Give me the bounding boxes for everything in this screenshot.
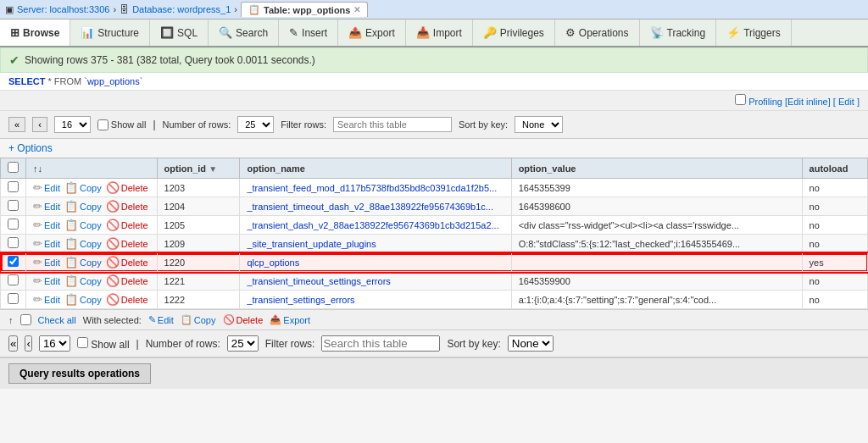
bottom-show-all-checkbox[interactable]: [77, 337, 88, 348]
copy-link-2[interactable]: 📋Copy: [64, 219, 102, 231]
row-checkbox[interactable]: [8, 219, 19, 230]
nav-triggers[interactable]: ⚡ Triggers: [716, 19, 792, 46]
row-checkbox[interactable]: [8, 181, 19, 192]
bottom-sort-label: Sort by key:: [447, 338, 500, 350]
insert-icon: ✎: [289, 26, 298, 39]
delete-link-6[interactable]: 🚫Delete: [106, 293, 148, 306]
nav-privileges[interactable]: 🔑 Privileges: [473, 19, 555, 46]
edit-link-1[interactable]: ✏Edit: [33, 200, 60, 213]
copy-link-0[interactable]: 📋Copy: [64, 181, 102, 194]
row-checkbox[interactable]: [8, 237, 19, 248]
row-checkbox[interactable]: [8, 274, 19, 285]
copy-link-3[interactable]: 📋Copy: [64, 237, 102, 250]
server-icon: ▣: [5, 4, 14, 15]
edit-icon: ✏: [33, 181, 42, 194]
page-select[interactable]: 16: [54, 116, 91, 133]
table-tab[interactable]: 📋 Table: wpp_options ✕: [241, 2, 368, 17]
data-table: ↑↓ option_id ▼ option_name option_value …: [0, 158, 868, 309]
nav-operations[interactable]: ⚙ Operations: [555, 19, 640, 46]
delete-link-0[interactable]: 🚫Delete: [106, 181, 148, 194]
nav-insert[interactable]: ✎ Insert: [279, 19, 338, 46]
bulk-delete-link[interactable]: 🚫 Delete: [223, 314, 264, 325]
row-checkbox-cell: [1, 235, 26, 253]
top-bar: ▣ Server: localhost:3306 › 🗄 Database: w…: [0, 0, 868, 19]
edit-link-3[interactable]: ✏Edit: [33, 237, 60, 250]
bulk-export-link[interactable]: 📤 Export: [270, 314, 310, 325]
row-checkbox[interactable]: [8, 200, 19, 211]
row-value-cell: 1645359900: [511, 272, 802, 291]
copy-label: Copy: [80, 257, 102, 268]
delete-label: Delete: [121, 239, 148, 249]
bottom-rows-label: Number of rows:: [146, 338, 220, 350]
edit-label: Edit: [44, 183, 60, 193]
delete-link-3[interactable]: 🚫Delete: [106, 237, 148, 250]
delete-link-4[interactable]: 🚫Delete: [106, 256, 148, 269]
sort-select[interactable]: None: [515, 116, 563, 133]
server-label[interactable]: Server: localhost:3306: [17, 4, 109, 14]
edit-link-4[interactable]: ✏Edit: [33, 256, 60, 269]
copy-link-4[interactable]: 📋Copy: [64, 256, 102, 269]
bottom-filter-label: Filter rows:: [265, 338, 315, 350]
nav-export[interactable]: 📤 Export: [338, 19, 406, 46]
profiling-label[interactable]: Profiling: [748, 97, 782, 107]
nav-search[interactable]: 🔍 Search: [209, 19, 279, 46]
options-link[interactable]: + Options: [8, 142, 53, 154]
copy-link-5[interactable]: 📋Copy: [64, 274, 102, 287]
select-all-checkbox[interactable]: [8, 162, 19, 173]
delete-link-1[interactable]: 🚫Delete: [106, 200, 148, 213]
header-option-id[interactable]: option_id ▼: [157, 158, 240, 179]
bottom-filter-input[interactable]: [321, 335, 440, 352]
edit-link-5[interactable]: ✏Edit: [33, 274, 60, 287]
header-autoload[interactable]: autoload: [802, 158, 867, 179]
row-id-cell: 1220: [157, 253, 240, 272]
table-row: ✏Edit 📋Copy 🚫Delete 1205_transient_dash_…: [1, 216, 868, 235]
privileges-icon: 🔑: [483, 26, 497, 39]
edit-label: Edit: [44, 257, 60, 268]
bottom-prev-prev-button[interactable]: «: [8, 335, 18, 352]
show-all-checkbox[interactable]: [97, 119, 108, 130]
bulk-edit-link[interactable]: ✎ Edit: [148, 314, 174, 325]
filter-input[interactable]: [333, 117, 452, 132]
row-checkbox[interactable]: [8, 256, 19, 267]
edit-link-6[interactable]: ✏Edit: [33, 293, 60, 306]
nav-browse[interactable]: ⊞ Browse: [0, 19, 70, 46]
copy-link-6[interactable]: 📋Copy: [64, 293, 102, 306]
copy-link-1[interactable]: 📋Copy: [64, 200, 102, 213]
edit-inline-link[interactable]: [Edit inline]: [785, 97, 831, 107]
nav-structure[interactable]: 📊 Structure: [70, 19, 150, 46]
delete-link-2[interactable]: 🚫Delete: [106, 219, 148, 231]
query-results-button[interactable]: Query results operations: [8, 363, 151, 384]
rows-select[interactable]: 25: [237, 116, 274, 133]
row-value-cell: 1645398600: [511, 197, 802, 216]
prev-prev-button[interactable]: «: [8, 117, 25, 132]
nav-tracking[interactable]: 📡 Tracking: [640, 19, 717, 46]
operations-icon: ⚙: [565, 26, 576, 39]
prev-button[interactable]: ‹: [32, 117, 47, 132]
delete-label: Delete: [121, 202, 148, 212]
sql-table: `wpp_options`: [84, 76, 142, 86]
bottom-rows-select[interactable]: 25: [227, 335, 259, 352]
profiling-checkbox[interactable]: [735, 94, 746, 105]
row-name-cell: _site_transient_update_plugins: [240, 235, 511, 253]
header-option-value[interactable]: option_value: [511, 158, 802, 179]
edit-link-0[interactable]: ✏Edit: [33, 181, 60, 194]
delete-link-5[interactable]: 🚫Delete: [106, 274, 148, 287]
edit-link-2[interactable]: ✏Edit: [33, 219, 60, 231]
check-all-link[interactable]: Check all: [38, 315, 76, 325]
header-option-name[interactable]: option_name: [240, 158, 511, 179]
row-name-cell: _transient_timeout_settings_errors: [240, 272, 511, 291]
bulk-copy-link[interactable]: 📋 Copy: [181, 314, 216, 325]
bulk-delete-label: Delete: [236, 315, 264, 325]
nav-sql[interactable]: 🔲 SQL: [150, 19, 209, 46]
row-checkbox-cell: [1, 197, 26, 216]
bottom-prev-button[interactable]: ‹: [25, 335, 31, 352]
bottom-page-select[interactable]: 16: [39, 335, 70, 352]
row-autoload-cell: no: [802, 179, 867, 197]
row-checkbox[interactable]: [8, 293, 19, 304]
database-label[interactable]: Database: wordpress_1: [132, 4, 231, 14]
nav-import[interactable]: 📥 Import: [406, 19, 473, 46]
bottom-select-all-checkbox[interactable]: [20, 314, 31, 325]
close-tab-icon[interactable]: ✕: [353, 5, 360, 14]
bottom-sort-select[interactable]: None: [508, 335, 554, 352]
edit-link[interactable]: [ Edit ]: [833, 97, 860, 107]
